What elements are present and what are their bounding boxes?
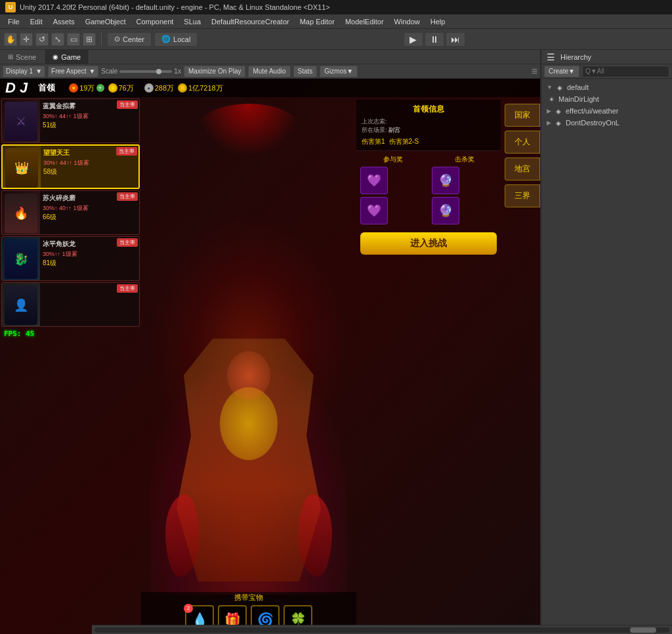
kill-reward-1[interactable]: 🔮 (432, 167, 459, 194)
scene-tab-icon: ⊞ (8, 53, 13, 60)
display-select[interactable]: Display 1 ▼ (3, 66, 45, 77)
side-btn-world[interactable]: 三界 (505, 184, 540, 207)
hier-item-effect[interactable]: ▶ ◈ effect/ui/weather (541, 105, 672, 117)
hierarchy-tree: ▼ ◈ default ☀ MainDirLight ▶ ◈ effect/ui… (541, 79, 672, 634)
menu-component[interactable]: Component (131, 16, 178, 27)
char-level-1: 51级 (43, 121, 136, 130)
hier-item-maindirlight[interactable]: ☀ MainDirLight (541, 93, 672, 105)
hier-arrow-effect: ▶ (547, 108, 551, 114)
add-currency-1[interactable]: + (96, 84, 104, 92)
tab-game[interactable]: ◉ Game (45, 50, 89, 64)
participate-reward: 参与奖 💜 💜 (360, 155, 425, 224)
pause-button[interactable]: ⏸ (425, 32, 444, 47)
scale-slider-thumb (156, 69, 161, 74)
step-button[interactable]: ⏭ (446, 32, 465, 47)
participate-reward-2[interactable]: 💜 (360, 197, 388, 224)
menu-assets[interactable]: Assets (48, 16, 80, 27)
character-item-5[interactable]: 👤 当主率 (1, 282, 140, 327)
game-canvas: D J 首领 ♥ 19万 + ◈ 76万 ● 288万 (0, 79, 540, 634)
character-item-1[interactable]: ⚔ 蓝翼金拟雾 30%↑ 44↑↑ 1级雾 51级 当主率 (1, 98, 140, 143)
challenge-button[interactable]: 进入挑战 (360, 232, 497, 255)
kill-label: 击杀奖 (432, 155, 497, 164)
transform-tool[interactable]: ⊞ (83, 33, 96, 46)
hier-item-default[interactable]: ▼ ◈ default (541, 81, 672, 93)
hier-light-icon: ☀ (547, 95, 556, 104)
participate-reward-1[interactable]: 💜 (360, 167, 388, 194)
move-tool[interactable]: ✛ (20, 33, 33, 46)
display-dropdown-icon: ▼ (35, 68, 42, 75)
local-icon: 🌐 (161, 35, 171, 43)
char-tag-2: 当主率 (116, 147, 137, 156)
char-power-2: 30%↑ 44↑↑ 1级雾 (43, 159, 136, 167)
menu-slua[interactable]: SLua (178, 16, 206, 27)
menu-modeleditor[interactable]: ModelEditor (340, 16, 389, 27)
game-right-panel: 国家 个人 地宫 三界 首领信息 上次志索: 所在场景: (356, 97, 540, 634)
menu-mapeditor[interactable]: Map Editor (295, 16, 340, 27)
center-character-area (141, 97, 356, 595)
stats-btn[interactable]: Stats (293, 66, 318, 77)
kill-reward: 击杀奖 🔮 🔮 (432, 155, 497, 224)
char-tag-4: 当主率 (117, 238, 138, 247)
maximize-on-play-btn[interactable]: Maximize On Play (184, 66, 246, 77)
menu-file[interactable]: File (3, 16, 25, 27)
gizmos-btn[interactable]: Gizmos ▼ (320, 66, 358, 77)
game-tab-icon: ◉ (52, 53, 58, 60)
char-thumbnail-1: ⚔ (2, 99, 40, 143)
play-button[interactable]: ▶ (404, 32, 423, 47)
char-tag-1: 当主率 (117, 100, 138, 109)
hierarchy-search[interactable] (582, 66, 669, 77)
currency-3: ● 288万 (144, 83, 174, 93)
side-btn-personal[interactable]: 个人 (505, 131, 540, 154)
tab-scene[interactable]: ⊞ Scene (0, 50, 45, 64)
hierarchy-search-input[interactable] (585, 68, 666, 75)
local-button[interactable]: 🌐 Local (154, 32, 198, 47)
menu-window[interactable]: Window (389, 16, 425, 27)
hierarchy-title: Hierarchy (560, 53, 591, 61)
hierarchy-icon: ☰ (547, 52, 555, 62)
hierarchy-header: ☰ Hierarchy (541, 50, 672, 64)
hier-dont-icon: ◈ (554, 118, 563, 127)
side-btn-dungeon[interactable]: 地宫 (505, 158, 540, 180)
hand-tool[interactable]: ✋ (4, 33, 17, 46)
menu-help[interactable]: Help (425, 16, 451, 27)
char-level-3: 66级 (43, 213, 136, 222)
hierarchy-toolbar: Create ▼ (541, 64, 672, 79)
char-level-2: 58级 (43, 167, 136, 177)
currency-1: ♥ 19万 + (69, 83, 104, 93)
character-item-2[interactable]: 👑 望望天王 30%↑ 44↑↑ 1级雾 58级 当主率 (1, 144, 140, 189)
hier-arrow-default: ▼ (547, 84, 553, 91)
char-thumbnail-4: 🐉 (2, 237, 40, 281)
menu-defaultresource[interactable]: DefaultResourceCreator (206, 16, 295, 27)
game-title-text: 首领 (38, 82, 55, 94)
currency-4: 元 1亿7218万 (178, 83, 223, 93)
hierarchy-create-btn[interactable]: Create ▼ (544, 66, 579, 77)
rotate-tool[interactable]: ↺ (35, 33, 49, 46)
aspect-dropdown-icon: ▼ (89, 68, 95, 75)
character-item-4[interactable]: 🐉 冰平角妖龙 30%↑↑ 1级雾 81级 当主率 (1, 236, 140, 281)
hier-item-dontdestroy[interactable]: ▶ ◈ DontDestroyOnL (541, 117, 672, 129)
center-button[interactable]: ⊙ Center (107, 32, 152, 47)
game-view: D J 首领 ♥ 19万 + ◈ 76万 ● 288万 (0, 79, 540, 634)
game-hud-top: D J 首领 ♥ 19万 + ◈ 76万 ● 288万 (0, 79, 540, 97)
rewards-section: 参与奖 💜 💜 击杀奖 🔮 🔮 (356, 151, 501, 228)
scale-slider[interactable] (119, 70, 172, 73)
rect-tool[interactable]: ▭ (67, 33, 80, 46)
scale-tool[interactable]: ⤡ (51, 33, 64, 46)
menu-gameobject[interactable]: GameObject (80, 16, 131, 27)
side-btn-nation[interactable]: 国家 (505, 104, 540, 127)
pivot-icon: ⊙ (114, 35, 120, 43)
fps-counter: FPS: 45 (1, 328, 140, 339)
kill-reward-2[interactable]: 🔮 (432, 197, 459, 224)
currency-2: ◈ 76万 (108, 83, 134, 93)
game-toolbar: Display 1 ▼ Free Aspect ▼ Scale 1x Maxim… (0, 64, 540, 79)
boss-info-panel: 首领信息 上次志索: 所在场景: 副宫 伤害第1 伤害第2-S (356, 100, 501, 151)
tab-bar: ⊞ Scene ◉ Game (0, 50, 540, 64)
character-item-3[interactable]: 🔥 苏火碎炎磨 30%↑ 40↑↑ 1级雾 66级 当主率 (1, 190, 140, 235)
boss-ranks: 伤害第1 伤害第2-S (362, 137, 495, 146)
hier-effect-icon: ◈ (554, 106, 563, 116)
hier-arrow-dont: ▶ (547, 119, 551, 126)
mute-audio-btn[interactable]: Mute Audio (248, 66, 290, 77)
panel-options-icon[interactable]: ≡ (532, 66, 537, 77)
aspect-select[interactable]: Free Aspect ▼ (48, 66, 98, 77)
menu-edit[interactable]: Edit (25, 16, 48, 27)
